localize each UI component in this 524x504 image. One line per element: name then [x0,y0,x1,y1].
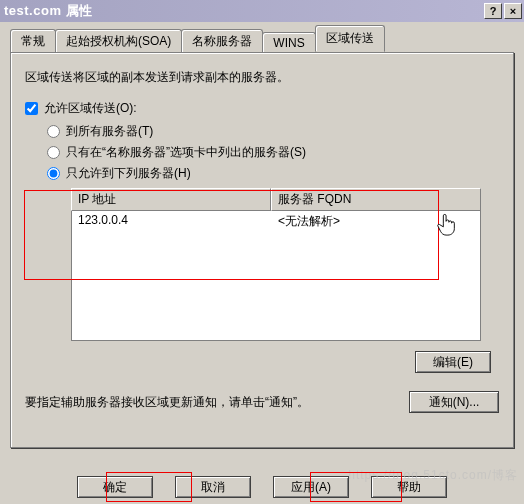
allow-zone-transfer-label: 允许区域传送(O): [44,100,137,117]
notify-button[interactable]: 通知(N)... [409,391,499,413]
column-header-ip[interactable]: IP 地址 [71,188,271,211]
cancel-button[interactable]: 取消 [175,476,251,498]
table-row[interactable]: 123.0.0.4 <无法解析> [72,211,480,232]
ok-button[interactable]: 确定 [77,476,153,498]
tab-page-zone-transfer: 区域传送将区域的副本发送到请求副本的服务器。 允许区域传送(O): 到所有服务器… [10,52,514,448]
notify-text: 要指定辅助服务器接收区域更新通知，请单击“通知”。 [25,393,409,411]
apply-button[interactable]: 应用(A) [273,476,349,498]
help-button[interactable]: ? [484,3,502,19]
allow-zone-transfer-checkbox[interactable] [25,102,38,115]
dialog-button-row: 确定 取消 应用(A) 帮助 [0,476,524,498]
close-button[interactable]: × [504,3,522,19]
tab-general[interactable]: 常规 [10,29,56,53]
window-title: test.com 属性 [4,2,482,20]
help-button-bottom[interactable]: 帮助 [371,476,447,498]
description-text: 区域传送将区域的副本发送到请求副本的服务器。 [25,69,499,86]
server-list: IP 地址 服务器 FQDN 123.0.0.4 <无法解析> [71,188,481,341]
tab-zone-transfer[interactable]: 区域传送 [315,25,385,52]
radio-only-following-label: 只允许到下列服务器(H) [66,165,191,182]
edit-button[interactable]: 编辑(E) [415,351,491,373]
radio-to-all-servers-label: 到所有服务器(T) [66,123,153,140]
server-list-body[interactable]: 123.0.0.4 <无法解析> [71,211,481,341]
titlebar: test.com 属性 ? × [0,0,524,22]
radio-to-all-servers[interactable] [47,125,60,138]
tabs-row: 常规 起始授权机构(SOA) 名称服务器 WINS 区域传送 [10,28,514,52]
cell-fqdn: <无法解析> [272,211,480,232]
column-header-fqdn[interactable]: 服务器 FQDN [271,188,481,211]
dialog-body: 常规 起始授权机构(SOA) 名称服务器 WINS 区域传送 区域传送将区域的副… [0,22,524,504]
tab-wins[interactable]: WINS [262,32,315,53]
cell-ip: 123.0.0.4 [72,211,272,232]
radio-only-ns-tab[interactable] [47,146,60,159]
radio-group: 到所有服务器(T) 只有在“名称服务器”选项卡中列出的服务器(S) 只允许到下列… [47,123,499,373]
tab-soa[interactable]: 起始授权机构(SOA) [55,29,182,53]
server-list-header: IP 地址 服务器 FQDN [71,188,481,211]
tab-name-servers[interactable]: 名称服务器 [181,29,263,53]
radio-only-ns-tab-label: 只有在“名称服务器”选项卡中列出的服务器(S) [66,144,306,161]
radio-only-following[interactable] [47,167,60,180]
